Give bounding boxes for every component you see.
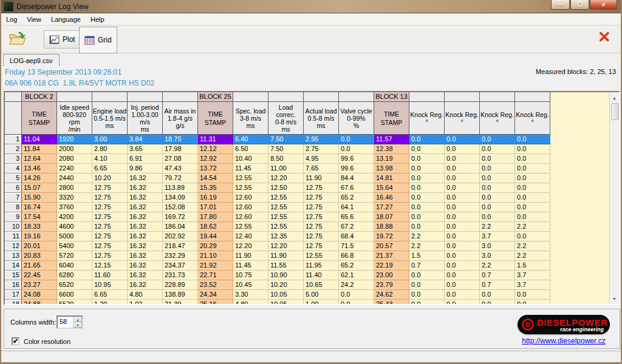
data-cell[interactable]: 10.40: [233, 154, 268, 164]
data-cell[interactable]: 3760: [57, 203, 92, 212]
data-cell[interactable]: 18.88: [374, 222, 409, 232]
data-cell[interactable]: 12.60: [233, 203, 268, 212]
data-cell[interactable]: 16.74: [22, 203, 57, 212]
data-cell[interactable]: 16.32: [128, 222, 163, 232]
data-cell[interactable]: 16.32: [128, 232, 163, 241]
data-cell[interactable]: 12.55: [233, 183, 268, 193]
data-cell[interactable]: 7.50: [268, 135, 304, 144]
data-cell[interactable]: 16.32: [128, 212, 163, 222]
data-cell[interactable]: 169.72: [163, 212, 198, 222]
row-number[interactable]: 4: [5, 164, 22, 174]
spinner-up-icon[interactable]: ▲: [73, 317, 82, 322]
data-cell[interactable]: 12.75: [92, 241, 128, 251]
row-number[interactable]: 2: [5, 144, 22, 154]
data-cell[interactable]: 0.0: [445, 144, 480, 154]
data-cell[interactable]: 12.75: [304, 183, 339, 193]
data-cell[interactable]: 11.45: [233, 261, 268, 271]
menu-help[interactable]: Help: [86, 15, 109, 24]
data-cell[interactable]: 2.2: [409, 241, 445, 251]
data-cell[interactable]: 24.34: [198, 290, 233, 300]
data-cell[interactable]: 0.7: [480, 280, 515, 290]
data-cell[interactable]: 0.0: [445, 174, 480, 183]
data-cell[interactable]: 10.90: [268, 271, 304, 280]
data-cell[interactable]: 3.7: [480, 232, 515, 241]
data-cell[interactable]: 0.0: [445, 183, 480, 193]
data-cell[interactable]: 16.32: [128, 183, 163, 193]
scroll-down-icon[interactable]: ▼: [610, 294, 618, 303]
data-cell[interactable]: 11.31: [198, 135, 233, 144]
data-cell[interactable]: 0.0: [445, 290, 480, 300]
tab-log-file[interactable]: LOG-вер9.csv: [3, 54, 60, 66]
data-cell[interactable]: 1.00: [304, 300, 339, 304]
table-row[interactable]: 1522.45628011.6016.32231.7322.7110.7510.…: [5, 271, 609, 280]
data-cell[interactable]: 0.0: [515, 135, 550, 144]
data-cell[interactable]: 20.83: [22, 251, 57, 261]
data-cell[interactable]: 0.0: [445, 212, 480, 222]
data-cell[interactable]: 25.43: [374, 300, 409, 304]
data-cell[interactable]: 9.86: [128, 164, 163, 174]
scrollbar-thumb[interactable]: [611, 103, 619, 120]
data-cell[interactable]: 12.55: [233, 222, 268, 232]
data-cell[interactable]: 15.64: [374, 183, 409, 193]
menu-log[interactable]: Log: [1, 15, 22, 24]
table-row[interactable]: 413.4622406.659.8647.4313.7211.4511.007.…: [5, 164, 609, 174]
data-cell[interactable]: 11.55: [268, 261, 304, 271]
data-cell[interactable]: 12.20: [268, 174, 304, 183]
data-cell[interactable]: 16.32: [128, 174, 163, 183]
data-cell[interactable]: 12.12: [198, 144, 233, 154]
data-cell[interactable]: 4.80: [233, 300, 268, 304]
row-number[interactable]: 15: [5, 271, 22, 280]
data-cell[interactable]: 6.40: [233, 135, 268, 144]
data-cell[interactable]: 0.0: [445, 271, 480, 280]
data-cell[interactable]: 12.75: [304, 212, 339, 222]
grid-tab-button[interactable]: Grid: [79, 27, 117, 53]
row-number[interactable]: 9: [5, 212, 22, 222]
data-cell[interactable]: 0.0: [480, 174, 515, 183]
data-cell[interactable]: 13.98: [374, 164, 409, 174]
data-cell[interactable]: 218.47: [163, 241, 198, 251]
column-header[interactable]: TIMESTAMP: [22, 102, 57, 135]
data-cell[interactable]: 17.98: [163, 144, 198, 154]
data-cell[interactable]: 0.0: [445, 280, 480, 290]
data-cell[interactable]: 12.35: [268, 232, 304, 241]
table-row[interactable]: 917.54420012.7516.32169.7217.8012.6012.5…: [5, 212, 609, 222]
data-cell[interactable]: 21.10: [198, 251, 233, 261]
data-cell[interactable]: 99.6: [339, 154, 374, 164]
data-cell[interactable]: 47.43: [163, 164, 198, 174]
data-cell[interactable]: 12.75: [304, 232, 339, 241]
data-cell[interactable]: 2.2: [480, 261, 515, 271]
data-cell[interactable]: 11.90: [233, 251, 268, 261]
data-cell[interactable]: 12.75: [304, 222, 339, 232]
data-cell[interactable]: 6.50: [233, 144, 268, 154]
data-cell[interactable]: 5520: [57, 300, 92, 304]
data-cell[interactable]: 17.01: [198, 203, 233, 212]
data-cell[interactable]: 24.62: [374, 290, 409, 300]
data-cell[interactable]: 22.45: [22, 271, 57, 280]
data-cell[interactable]: 0.0: [515, 154, 550, 164]
data-cell[interactable]: 2800: [57, 183, 92, 193]
data-cell[interactable]: 65.2: [339, 193, 374, 203]
data-cell[interactable]: 12.92: [198, 154, 233, 164]
data-cell[interactable]: 0.0: [480, 164, 515, 174]
data-cell[interactable]: 3.30: [233, 290, 268, 300]
data-cell[interactable]: 84.4: [339, 174, 374, 183]
column-header[interactable]: Air mass in1.8-4 g/sg/s: [163, 102, 198, 135]
data-cell[interactable]: 0.0: [409, 183, 445, 193]
data-cell[interactable]: 12.75: [92, 203, 128, 212]
data-cell[interactable]: 15.35: [198, 183, 233, 193]
data-cell[interactable]: 11.84: [22, 144, 57, 154]
data-cell[interactable]: 10.95: [92, 280, 128, 290]
data-cell[interactable]: 0.7: [409, 261, 445, 271]
data-cell[interactable]: 10.05: [268, 300, 304, 304]
data-cell[interactable]: 16.32: [128, 203, 163, 212]
data-cell[interactable]: 3320: [57, 193, 92, 203]
data-cell[interactable]: 12.75: [304, 203, 339, 212]
data-cell[interactable]: 14.26: [22, 174, 57, 183]
data-cell[interactable]: 0.0: [515, 183, 550, 193]
data-cell[interactable]: 12.38: [374, 144, 409, 154]
data-cell[interactable]: 12.75: [92, 212, 128, 222]
data-cell[interactable]: 11.95: [304, 261, 339, 271]
data-cell[interactable]: 71.5: [339, 241, 374, 251]
row-number[interactable]: 1: [5, 135, 22, 144]
data-cell[interactable]: 23.27: [22, 280, 57, 290]
